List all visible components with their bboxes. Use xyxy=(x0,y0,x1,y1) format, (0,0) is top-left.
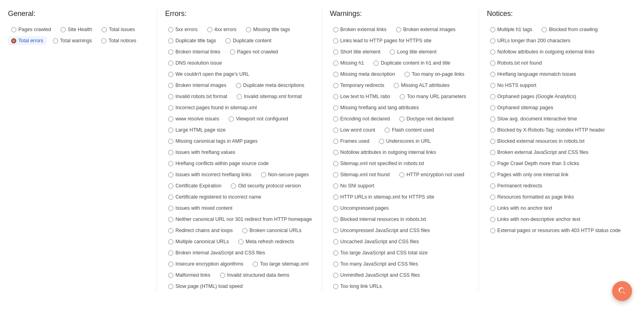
radio-item[interactable] xyxy=(168,49,173,55)
list-item[interactable]: Nofollow attributes in outgoing external… xyxy=(487,47,598,56)
list-item[interactable]: Invalid structured data items xyxy=(217,271,293,280)
list-item[interactable]: Broken external links xyxy=(330,25,390,34)
radio-item[interactable] xyxy=(242,228,247,233)
list-item[interactable]: Incorrect pages found in sitemap.xml xyxy=(165,103,260,112)
radio-item[interactable] xyxy=(385,128,390,133)
list-item[interactable]: Broken internal images xyxy=(165,81,230,90)
list-item[interactable]: Certificate Expiration xyxy=(165,181,224,190)
filter-total-errors[interactable]: Total errors xyxy=(8,36,47,45)
list-item[interactable]: Large HTML page size xyxy=(165,126,229,134)
radio-item[interactable] xyxy=(168,61,173,66)
radio-pages-crawled[interactable] xyxy=(11,27,16,32)
radio-item[interactable] xyxy=(490,128,495,133)
list-item[interactable]: Sitemap.xml not found xyxy=(330,170,393,179)
list-item[interactable]: Blocked from crawling xyxy=(538,25,601,34)
list-item[interactable]: Hreflang language mismatch issues xyxy=(487,70,579,79)
radio-item[interactable] xyxy=(333,83,338,88)
radio-item[interactable] xyxy=(333,195,338,200)
list-item[interactable]: Nofollow attributes in outgoing internal… xyxy=(330,148,439,157)
radio-item[interactable] xyxy=(168,72,173,77)
list-item[interactable]: URLs longer than 200 characters xyxy=(487,36,573,45)
radio-item[interactable] xyxy=(168,83,173,88)
list-item[interactable]: Low text to HTML ratio xyxy=(330,92,393,101)
list-item[interactable]: Broken internal JavaScript and CSS files xyxy=(165,248,268,257)
radio-item[interactable] xyxy=(207,27,212,32)
list-item[interactable]: Duplicate content in h1 and title xyxy=(370,59,453,67)
list-item[interactable]: Missing hreflang and lang attributes xyxy=(330,103,422,112)
list-item[interactable]: Sitemap.xml not specified in robots.txt xyxy=(330,159,428,168)
list-item[interactable]: External pages or resources with 403 HTT… xyxy=(487,226,624,235)
list-item[interactable]: Issues with hreflang values xyxy=(165,148,238,157)
radio-total-errors[interactable] xyxy=(11,38,16,43)
list-item[interactable]: DNS resolution issue xyxy=(165,59,225,67)
radio-item[interactable] xyxy=(490,183,495,189)
list-item[interactable]: Flash content used xyxy=(381,126,437,134)
list-item[interactable]: Viewport not configured xyxy=(226,114,291,123)
list-item[interactable]: Blocked external resources in robots.txt xyxy=(487,137,588,146)
radio-item[interactable] xyxy=(168,105,173,110)
radio-item[interactable] xyxy=(490,61,495,66)
radio-item[interactable] xyxy=(226,38,231,43)
radio-site-health[interactable] xyxy=(61,27,66,32)
radio-item[interactable] xyxy=(333,183,338,189)
radio-item[interactable] xyxy=(333,239,338,244)
radio-item[interactable] xyxy=(168,228,173,233)
list-item[interactable]: Underscores in URL xyxy=(376,137,434,146)
list-item[interactable]: Blocked internal resources in robots.txt xyxy=(330,215,429,224)
radio-item[interactable] xyxy=(490,206,495,211)
list-item[interactable]: Non-secure pages xyxy=(258,170,312,179)
list-item[interactable]: Resources formatted as page links xyxy=(487,193,577,201)
radio-item[interactable] xyxy=(168,172,173,177)
list-item[interactable]: Encoding not declared xyxy=(330,114,393,123)
radio-item[interactable] xyxy=(333,150,338,155)
list-item[interactable]: Slow page (HTML) load speed xyxy=(165,282,246,291)
list-item[interactable]: Invalid robots.txt format xyxy=(165,92,230,101)
list-item[interactable]: Blocked by X-Robots-Tag: noindex HTTP he… xyxy=(487,126,608,134)
radio-item[interactable] xyxy=(490,27,495,32)
radio-item[interactable] xyxy=(168,284,173,289)
radio-item[interactable] xyxy=(333,206,338,211)
list-item[interactable]: Frames used xyxy=(330,137,373,146)
radio-item[interactable] xyxy=(396,27,401,32)
list-item[interactable]: Uncompressed pages xyxy=(330,204,392,213)
list-item[interactable]: Malformed links xyxy=(165,271,214,280)
list-item[interactable]: Missing ALT attributes xyxy=(391,81,453,90)
radio-item[interactable] xyxy=(230,49,235,55)
list-item[interactable]: Unminified JavaScript and CSS files xyxy=(330,271,423,280)
list-item[interactable]: No SNI support xyxy=(330,181,377,190)
radio-item[interactable] xyxy=(333,172,338,177)
list-item[interactable]: Robots.txt not found xyxy=(487,59,545,67)
list-item[interactable]: Multiple h1 tags xyxy=(487,25,536,34)
radio-item[interactable] xyxy=(490,217,495,222)
list-item[interactable]: Too many JavaScript and CSS files xyxy=(330,260,421,268)
list-item[interactable]: Meta refresh redirects xyxy=(235,237,297,246)
list-item[interactable]: Too long link URLs xyxy=(330,282,385,291)
list-item[interactable]: Issues with mixed content xyxy=(165,204,236,213)
list-item[interactable]: Too many on-page links xyxy=(401,70,467,79)
radio-item[interactable] xyxy=(333,250,338,256)
radio-item[interactable] xyxy=(236,83,241,88)
list-item[interactable]: Uncached JavaScript and CSS files xyxy=(330,237,422,246)
radio-item[interactable] xyxy=(168,38,173,43)
radio-item[interactable] xyxy=(490,150,495,155)
radio-item[interactable] xyxy=(404,72,410,77)
radio-item[interactable] xyxy=(400,94,405,99)
radio-item[interactable] xyxy=(333,61,338,66)
radio-item[interactable] xyxy=(333,217,338,222)
list-item[interactable]: Duplicate meta descriptions xyxy=(233,81,308,90)
list-item[interactable]: Temporary redirects xyxy=(330,81,387,90)
radio-total-warnings[interactable] xyxy=(53,38,58,43)
radio-item[interactable] xyxy=(490,172,495,177)
list-item[interactable]: Old security protocol version xyxy=(228,181,304,190)
radio-item[interactable] xyxy=(490,116,495,122)
radio-item[interactable] xyxy=(333,94,338,99)
radio-item[interactable] xyxy=(333,139,338,144)
list-item[interactable]: HTTP URLs in sitemap.xml for HTTPS site xyxy=(330,193,438,201)
radio-item[interactable] xyxy=(333,284,338,289)
radio-item[interactable] xyxy=(333,262,338,267)
radio-item[interactable] xyxy=(399,116,404,122)
radio-item[interactable] xyxy=(490,105,495,110)
list-item[interactable]: Duplicate title tags xyxy=(165,36,219,45)
radio-item[interactable] xyxy=(490,161,495,166)
radio-item[interactable] xyxy=(168,161,173,166)
